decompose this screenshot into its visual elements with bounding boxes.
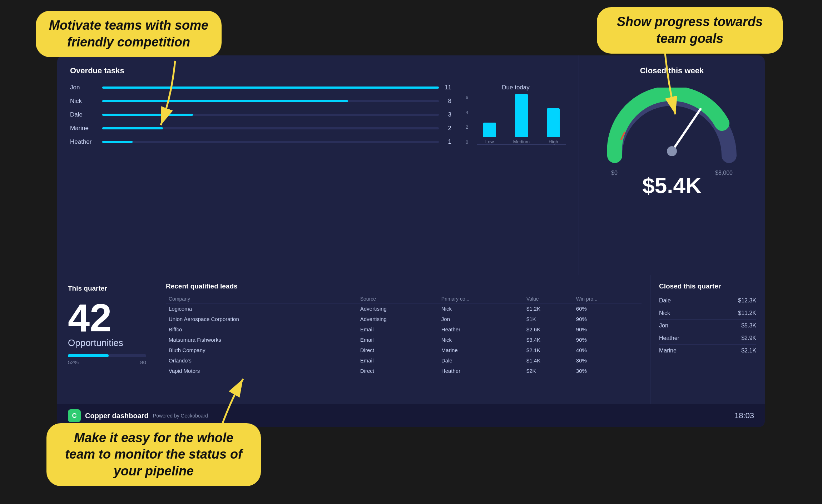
footer-logo: C: [68, 409, 81, 422]
lead-win: 90%: [573, 335, 642, 345]
bar-track: [102, 87, 439, 89]
closed-quarter-panel: Closed this quarter Dale $12.3K Nick $11…: [650, 275, 765, 404]
cq-value: $5.3K: [741, 322, 756, 329]
footer-left: C Copper dashboard Powered by Geckoboard: [68, 409, 208, 422]
cq-name: Nick: [659, 310, 670, 316]
progress-pct: 52%: [68, 359, 79, 365]
bar-col-bar: [515, 94, 528, 137]
lead-value: $1.2K: [524, 303, 573, 314]
bar-chart: Low Medium High: [477, 95, 566, 145]
cq-value: $12.3K: [738, 297, 756, 304]
cq-row: Heather $2.9K: [659, 332, 756, 345]
lead-company: Vapid Motors: [166, 366, 357, 376]
arrow-top-right: [643, 50, 686, 122]
lead-source: Email: [357, 355, 439, 366]
bar-col: High: [541, 108, 566, 144]
bar-value: 8: [442, 98, 451, 105]
lead-source: Email: [357, 324, 439, 335]
bar-col-bar: [483, 123, 496, 137]
bar-col-bar: [547, 108, 560, 137]
lead-company: Matsumura Fishworks: [166, 335, 357, 345]
progress-bar-track: [68, 354, 146, 357]
gauge-max: $8,000: [715, 170, 733, 176]
bar-fill: [102, 141, 133, 143]
lead-value: $2.6K: [524, 324, 573, 335]
leads-table-body: Logicoma Advertising Nick $1.2K 60% Unio…: [166, 303, 642, 376]
quarter-number: 42: [68, 298, 146, 337]
leads-col-header: Win pro...: [573, 295, 642, 303]
closed-quarter-rows: Dale $12.3K Nick $11.2K Jon $5.3K Heathe…: [659, 295, 756, 357]
bar-value: 1: [442, 138, 451, 145]
lead-value: $1K: [524, 314, 573, 324]
lead-source: Direct: [357, 345, 439, 355]
footer-time: 18:03: [734, 411, 754, 420]
bar-track: [102, 114, 439, 116]
bar-label: Nick: [70, 98, 99, 105]
bar-fill: [102, 100, 348, 102]
chart-y-axis: 6 4 2 0: [466, 95, 473, 145]
leads-row: Orlando's Email Dale $1.4K 30%: [166, 355, 642, 366]
lead-source: Advertising: [357, 314, 439, 324]
lead-primary: Heather: [439, 324, 524, 335]
lead-win: 30%: [573, 366, 642, 376]
bar-item: Jon 11: [70, 84, 451, 91]
cq-row: Dale $12.3K: [659, 295, 756, 307]
this-quarter-panel: This quarter 42 Opportunities 52% 80: [57, 275, 157, 404]
lead-company: Orlando's: [166, 355, 357, 366]
bar-col-label: Medium: [513, 139, 530, 144]
due-today-chart: Due today 6 4 2 0 Low Medium High: [466, 84, 566, 152]
quarter-title: This quarter: [68, 285, 146, 292]
leads-table-head: CompanySourcePrimary co...ValueWin pro..…: [166, 295, 642, 303]
bar-col-label: Low: [485, 139, 494, 144]
quarter-label: Opportunities: [68, 337, 146, 349]
cq-name: Heather: [659, 335, 679, 341]
bar-label: Jon: [70, 84, 99, 91]
callout-bottom-text: Make it easy for the whole team to monit…: [65, 430, 242, 479]
lead-value: $1.4K: [524, 355, 573, 366]
lead-source: Advertising: [357, 303, 439, 314]
lead-primary: Nick: [439, 335, 524, 345]
bar-list: Jon 11 Nick 8 Dale 3 Marine 2 Heather: [70, 84, 451, 152]
lead-win: 30%: [573, 355, 642, 366]
callout-top-right-text: Show progress towards team goals: [617, 14, 763, 46]
lead-primary: Dale: [439, 355, 524, 366]
leads-col-header: Value: [524, 295, 573, 303]
cq-row: Jon $5.3K: [659, 320, 756, 332]
bar-value: 2: [442, 125, 451, 132]
bar-col: Low: [477, 123, 502, 144]
cq-name: Marine: [659, 347, 677, 354]
lead-value: $3.4K: [524, 335, 573, 345]
leads-table-header-row: CompanySourcePrimary co...ValueWin pro..…: [166, 295, 642, 303]
bar-item: Nick 8: [70, 98, 451, 105]
lead-value: $2.1K: [524, 345, 573, 355]
lead-company: Logicoma: [166, 303, 357, 314]
leads-col-header: Company: [166, 295, 357, 303]
cq-name: Dale: [659, 297, 671, 304]
svg-point-5: [667, 146, 677, 156]
leads-title: Recent qualified leads: [166, 282, 642, 290]
overdue-title: Overdue tasks: [70, 66, 566, 75]
due-today-title: Due today: [466, 84, 566, 91]
leads-col-header: Source: [357, 295, 439, 303]
arrow-top-left: [154, 61, 197, 132]
bar-col: Medium: [509, 94, 534, 144]
leads-row: Bluth Company Direct Marine $2.1K 40%: [166, 345, 642, 355]
bar-track: [102, 100, 439, 102]
bar-value: 3: [442, 111, 451, 118]
cq-value: $11.2K: [738, 310, 756, 316]
gauge-min: $0: [611, 170, 618, 176]
lead-primary: Heather: [439, 366, 524, 376]
lead-win: 90%: [573, 324, 642, 335]
leads-col-header: Primary co...: [439, 295, 524, 303]
bar-track: [102, 127, 439, 129]
footer-powered: Powered by Geckoboard: [153, 413, 208, 419]
lead-win: 90%: [573, 314, 642, 324]
bar-item: Marine 2: [70, 125, 451, 132]
bar-item: Dale 3: [70, 111, 451, 118]
cq-value: $2.9K: [741, 335, 756, 341]
lead-source: Direct: [357, 366, 439, 376]
cq-name: Jon: [659, 322, 668, 329]
lead-company: Union Aerospace Corporation: [166, 314, 357, 324]
progress-bar-fill: [68, 354, 109, 357]
bar-item: Heather 1: [70, 138, 451, 145]
